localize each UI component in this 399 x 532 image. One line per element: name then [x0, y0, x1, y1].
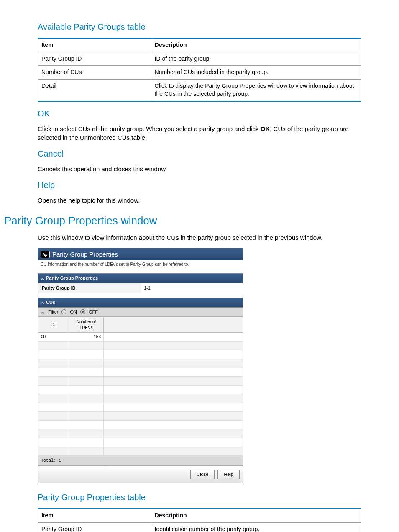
cell-desc: Identification number of the parity grou…	[151, 522, 361, 532]
cell-cu: 00	[38, 332, 69, 341]
cus-table: CU Number of LDEVs 00 153	[38, 317, 243, 456]
pgid-value: 1-1	[141, 283, 243, 293]
collapse-icon: ︽	[41, 301, 44, 304]
table-row	[38, 447, 243, 455]
cell-item: Parity Group ID	[38, 522, 151, 532]
cancel-text: Cancels this operation and closes this w…	[38, 164, 361, 173]
cell-desc: Click to display the Parity Group Proper…	[151, 79, 361, 101]
collapse-icon: ︽	[41, 277, 44, 280]
table-row	[38, 368, 243, 376]
cell-item: Number of CUs	[38, 66, 151, 80]
cell-item: Detail	[38, 79, 151, 101]
ok-bold: OK	[261, 125, 270, 132]
heading-available-parity-groups-table: Available Parity Groups table	[38, 21, 361, 33]
dialog-title-text: Parity Group Properties	[52, 250, 118, 259]
section-label: Parity Group Properties	[46, 275, 98, 281]
filter-label: Filter	[48, 309, 58, 315]
table-row	[38, 350, 243, 359]
col-ldevs: Number of LDEVs	[69, 317, 104, 332]
table-row	[38, 438, 243, 447]
heading-ok: OK	[38, 108, 361, 119]
table-row: Parity Group ID ID of the parity group.	[38, 52, 361, 66]
help-button[interactable]: Help	[217, 470, 240, 479]
close-button[interactable]: Close	[190, 470, 215, 479]
parity-group-properties-table: Item Description Parity Group ID Identif…	[38, 508, 361, 532]
table-row	[38, 359, 243, 368]
filter-off-label: OFF	[89, 309, 98, 315]
table-row	[38, 341, 243, 350]
pgp-window-text: Use this window to view information abou…	[38, 233, 361, 242]
col-description: Description	[151, 38, 361, 52]
pgid-label: Parity Group ID	[38, 283, 141, 293]
ok-text: Click to select CUs of the parity group.…	[38, 124, 361, 142]
filter-off-radio[interactable]	[80, 309, 85, 314]
dialog-titlebar: hp Parity Group Properties	[38, 248, 243, 260]
filter-row: ︽ Filter ON OFF	[38, 308, 243, 317]
cell-desc: Number of CUs included in the parity gro…	[151, 66, 361, 80]
table-row: Number of CUs Number of CUs included in …	[38, 66, 361, 80]
available-parity-groups-table: Item Description Parity Group ID ID of t…	[38, 38, 361, 102]
section-cus[interactable]: ︽ CUs	[38, 298, 243, 307]
section-label: CUs	[46, 299, 55, 306]
hp-logo-icon: hp	[41, 251, 50, 258]
help-text: Opens the help topic for this window.	[38, 196, 361, 205]
table-row	[38, 385, 243, 394]
parity-group-properties-dialog: hp Parity Group Properties CU informatio…	[38, 248, 243, 483]
heading-help: Help	[38, 179, 361, 191]
ok-text-a: Click to select CUs of the parity group.…	[38, 125, 261, 132]
cell-item: Parity Group ID	[38, 52, 151, 66]
table-row: Detail Click to display the Parity Group…	[38, 79, 361, 101]
table-row[interactable]: 00 153	[38, 332, 243, 341]
collapse-icon: ︽	[41, 310, 45, 314]
property-row: Parity Group ID 1-1	[38, 283, 243, 293]
heading-parity-group-properties-table: Parity Group Properties table	[38, 491, 361, 503]
filter-on-label: ON	[70, 309, 77, 315]
table-row: Parity Group ID Identification number of…	[38, 522, 361, 532]
dialog-subtitle: CU information and the number of LDEVs s…	[38, 260, 243, 273]
dialog-footer: Close Help	[38, 466, 243, 483]
heading-parity-group-properties-window: Parity Group Properties window	[4, 213, 361, 228]
table-row	[38, 411, 243, 420]
table-row	[38, 420, 243, 429]
table-row	[38, 429, 243, 438]
col-description: Description	[151, 509, 361, 522]
heading-cancel: Cancel	[38, 148, 361, 159]
cell-ldevs: 153	[69, 332, 104, 341]
table-row	[38, 376, 243, 385]
cell-desc: ID of the parity group.	[151, 52, 361, 66]
col-blank	[104, 317, 243, 332]
total-row: Total: 1	[38, 456, 243, 466]
section-parity-group-properties[interactable]: ︽ Parity Group Properties	[38, 273, 243, 283]
col-cu: CU	[38, 317, 69, 332]
table-row	[38, 403, 243, 411]
table-row	[38, 394, 243, 403]
col-item: Item	[38, 38, 151, 52]
filter-on-radio[interactable]	[61, 309, 66, 314]
col-item: Item	[38, 509, 151, 522]
